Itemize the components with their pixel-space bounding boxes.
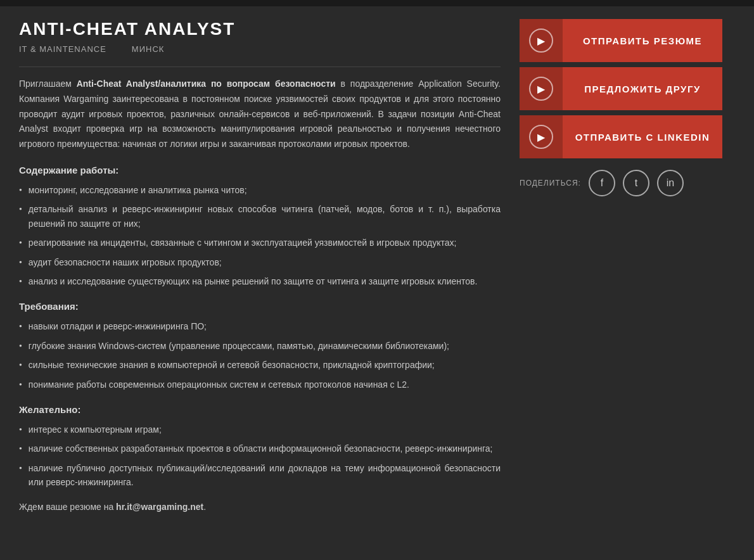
list-item: сильные технические знания в компьютерно… [19, 358, 501, 372]
divider [19, 67, 501, 67]
email-paragraph: Ждем ваше резюме на hr.it@wargaming.net. [19, 502, 501, 512]
list-item: анализ и исследование существующих на ры… [19, 274, 501, 288]
button-icon-wrap: ▶ [520, 19, 563, 62]
email-link[interactable]: hr.it@wargaming.net [116, 502, 203, 512]
list-item: детальный анализ и реверс-инжиниринг нов… [19, 202, 501, 231]
list-item: наличие собственных разработанных проект… [19, 442, 501, 455]
job-category: IT & MAINTENANCE [19, 44, 106, 54]
section3-list: интерес к компьютерным играм; наличие со… [19, 423, 501, 490]
list-item: глубокие знания Windows-систем (управлен… [19, 339, 501, 353]
job-location: МИНСК [132, 44, 165, 54]
job-title: ANTI-CHEAT ANALYST [19, 19, 501, 39]
twitter-icon[interactable]: t [623, 170, 649, 196]
email-suffix: . [203, 502, 206, 512]
email-prefix: Ждем ваше резюме на [19, 502, 116, 512]
section1-title: Содержание работы: [19, 165, 501, 175]
intro-suffix: в подразделение Application Security. Ко… [19, 79, 501, 149]
intro-prefix: Приглашаем [19, 79, 77, 89]
page-wrapper: ANTI-CHEAT ANALYST IT & MAINTENANCE МИНС… [0, 6, 754, 525]
job-meta: IT & MAINTENANCE МИНСК [19, 44, 501, 54]
refer-friend-label: ПРЕДЛОЖИТЬ ДРУГУ [563, 84, 722, 94]
send-resume-label: ОТПРАВИТЬ РЕЗЮМЕ [563, 35, 722, 46]
section2-title: Требования: [19, 301, 501, 312]
facebook-icon[interactable]: f [589, 170, 615, 196]
top-bar [0, 0, 754, 6]
intro-bold: Anti-Cheat Analyst/аналитика по вопросам… [77, 79, 336, 89]
button-icon-wrap: ▶ [520, 67, 563, 110]
share-row: ПОДЕЛИТЬСЯ: f t in [520, 170, 722, 196]
sidebar: ▶ ОТПРАВИТЬ РЕЗЮМЕ ▶ ПРЕДЛОЖИТЬ ДРУГУ ▶ … [520, 19, 722, 512]
list-item: аудит безопасности наших игровых продукт… [19, 255, 501, 269]
main-content: ANTI-CHEAT ANALYST IT & MAINTENANCE МИНС… [19, 19, 501, 512]
section3-title: Желательно: [19, 404, 501, 415]
list-item: мониторинг, исследование и аналитика рын… [19, 183, 501, 197]
refer-friend-button[interactable]: ▶ ПРЕДЛОЖИТЬ ДРУГУ [520, 67, 722, 110]
section2-list: навыки отладки и реверс-инжиниринга ПО; … [19, 319, 501, 391]
list-item: наличие публично доступных публикаций/ис… [19, 461, 501, 490]
intro-paragraph: Приглашаем Anti-Cheat Analyst/аналитика … [19, 77, 501, 152]
send-resume-button[interactable]: ▶ ОТПРАВИТЬ РЕЗЮМЕ [520, 19, 722, 62]
arrow-circle-icon: ▶ [529, 29, 553, 53]
section1-list: мониторинг, исследование и аналитика рын… [19, 183, 501, 288]
list-item: реагирование на инциденты, связанные с ч… [19, 236, 501, 250]
arrow-circle-icon: ▶ [529, 77, 553, 101]
send-linkedin-label: ОТПРАВИТЬ С LINKEDIN [563, 132, 722, 143]
share-label: ПОДЕЛИТЬСЯ: [520, 179, 581, 188]
button-icon-wrap: ▶ [520, 115, 563, 158]
linkedin-icon[interactable]: in [657, 170, 684, 196]
list-item: интерес к компьютерным играм; [19, 423, 501, 436]
list-item: навыки отладки и реверс-инжиниринга ПО; [19, 319, 501, 333]
list-item: понимание работы современных операционны… [19, 378, 501, 391]
arrow-circle-icon: ▶ [529, 125, 553, 149]
send-linkedin-button[interactable]: ▶ ОТПРАВИТЬ С LINKEDIN [520, 115, 722, 158]
